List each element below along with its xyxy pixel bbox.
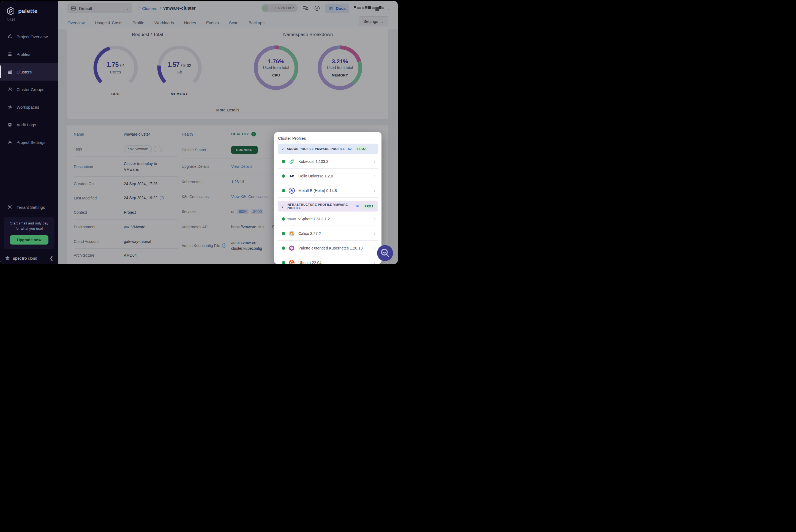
help-search-fab[interactable] <box>377 245 393 261</box>
chart-title: Namespace Breakdown <box>283 32 333 37</box>
footer-brand: spectro cloud <box>13 256 37 261</box>
usage-meter[interactable]: 1.43/100kCh <box>261 4 298 12</box>
request-total-section: Request / Total 1.75 / 4 Cores CPU <box>67 27 228 119</box>
compass-icon[interactable] <box>314 5 320 12</box>
upgrade-now-button[interactable]: Upgrade now <box>10 235 49 245</box>
sidebar-item-project-settings[interactable]: Project Settings <box>0 133 58 151</box>
sidebar-item-clusters[interactable]: Clusters <box>0 63 58 81</box>
sidebar-item-label: Clusters <box>17 70 32 74</box>
brand: palette <box>0 1 58 16</box>
tools-icon <box>7 204 13 210</box>
sidebar-item-audit-logs[interactable]: Audit Logs <box>0 116 58 133</box>
chevron-down-icon: ∨ <box>281 204 284 209</box>
breadcrumb-clusters-link[interactable]: Clusters <box>142 6 157 11</box>
service-port-link[interactable]: :8080 <box>237 209 248 214</box>
status-dot <box>282 217 285 221</box>
panel-title: Cluster Profiles <box>278 136 377 140</box>
user-name-redacted <box>354 5 384 11</box>
profile-layer-kubecost[interactable]: Kubecost 1.103.3 › <box>278 155 377 169</box>
chevron-right-icon: › <box>374 188 375 194</box>
topbar-actions: 1.43/100kCh Docs ⌄ <box>261 4 390 13</box>
memory-namespace-donut: 3.21% Used from total MEMORY <box>316 44 364 91</box>
project-selector-value: Default <box>79 6 92 11</box>
cloud-account-value: gateway-tutorial <box>124 239 151 244</box>
cluster-name-value: vmware-cluster <box>124 132 150 136</box>
user-menu[interactable]: ⌄ <box>354 5 390 11</box>
chevron-right-icon: › <box>374 173 375 179</box>
sidebar-item-label: Project Settings <box>17 140 45 145</box>
breadcrumb: / Clusters / vmware-cluster <box>138 6 196 11</box>
profile-layer-hello-universe[interactable]: Hello Universe 1.2.0 › <box>278 169 377 183</box>
sidebar-item-profiles[interactable]: Profiles <box>0 45 58 63</box>
status-dot <box>282 232 285 235</box>
view-k8s-certificates-link[interactable]: View K8s Certificates <box>231 194 267 199</box>
tag-env-vmware[interactable]: env: vmware <box>124 146 152 152</box>
sidebar-footer: spectro cloud ❮ <box>0 252 58 264</box>
link-icon <box>348 147 352 151</box>
status-dot <box>282 174 285 178</box>
sidebar-item-label: Project Overview <box>17 34 48 39</box>
infrastructure-profile-section-header[interactable]: ∨ INFRASTRUCTURE PROFILE VMWARE-PROFILE … <box>278 201 377 211</box>
more-details-button[interactable]: More Details <box>214 108 241 115</box>
project-chart-icon <box>71 5 76 11</box>
tags-more-button[interactable]: ... <box>154 146 162 152</box>
sidebar-item-label: Profiles <box>17 52 30 57</box>
palette-logo <box>6 6 15 16</box>
hello-universe-logo <box>289 173 295 179</box>
sidebar-item-label: Audit Logs <box>17 122 36 127</box>
profile-layer-palette-extended-kubernetes[interactable]: Palette eXtended Kubernetes 1.28.13 › <box>278 242 377 255</box>
server-icon <box>7 69 13 75</box>
chevron-down-icon: ⌄ <box>381 19 384 23</box>
project-selector[interactable]: Default ⌄ <box>68 3 132 13</box>
addon-profile-section-header[interactable]: ∨ ADDON PROFILE VMWARE-PROFILE PROJ <box>278 144 377 154</box>
pxk-logo <box>289 245 295 251</box>
kubecost-logo <box>289 158 295 165</box>
status-dot <box>282 261 285 264</box>
sidebar-item-tenant-settings[interactable]: Tenant Settings <box>0 200 58 215</box>
profile-layer-ubuntu[interactable]: Ubuntu 22.04 › <box>278 256 377 264</box>
view-details-link[interactable]: View Details <box>231 164 253 169</box>
details-left-column: Namevmware-cluster Tagsenv: vmware... De… <box>74 127 178 264</box>
link-icon <box>356 204 359 209</box>
sidebar-nav: Project Overview Profiles Clusters Clust… <box>0 28 58 151</box>
status-dot <box>282 160 285 163</box>
profile-layer-vsphere-csi[interactable]: vmware vSphere CSI 3.1.2 › <box>278 212 377 226</box>
gear-icon <box>7 139 13 145</box>
sidebar-item-label: Cluster Groups <box>17 87 44 92</box>
info-icon[interactable]: i <box>160 196 164 200</box>
info-icon[interactable]: i <box>222 244 226 248</box>
status-dot <box>282 189 285 192</box>
orbit-icon <box>7 104 13 110</box>
layers-icon <box>7 52 13 57</box>
sidebar-item-project-overview[interactable]: Project Overview <box>0 28 58 45</box>
chat-icon[interactable] <box>302 5 309 12</box>
context-value: Project <box>124 210 136 214</box>
profile-layer-metallb[interactable]: MetalLB (Helm) 0.14.8 › <box>278 184 377 198</box>
chevron-down-icon: ⌄ <box>126 6 129 11</box>
scope-badge: PROJ <box>355 146 368 151</box>
profile-layer-calico[interactable]: Calico 3.27.2 › <box>278 227 377 241</box>
environment-value: vmVMware <box>124 225 145 229</box>
sidebar-item-cluster-groups[interactable]: Cluster Groups <box>0 81 58 98</box>
cluster-status-badge: RUNNING <box>231 146 258 154</box>
docs-button[interactable]: Docs <box>325 4 349 13</box>
collapse-sidebar-icon[interactable]: ❮ <box>50 255 53 261</box>
health-status: HEALTHY✓ <box>231 132 256 136</box>
audit-icon <box>7 122 13 127</box>
status-dot <box>282 246 285 250</box>
service-port-link[interactable]: :3000 <box>251 209 263 214</box>
search-icon <box>377 245 393 261</box>
sidebar-item-workspaces[interactable]: Workspaces <box>0 98 58 116</box>
description-value: Cluster to deploy to VMware. <box>124 161 173 172</box>
scope-badge: PROJ <box>362 204 375 209</box>
spectro-cloud-logo <box>4 255 11 261</box>
upgrade-promo: Start small and only pay for what you us… <box>4 217 55 249</box>
chevron-down-icon: ∨ <box>281 147 284 151</box>
chevron-right-icon: › <box>374 231 375 236</box>
overview-metrics-card: Request / Total 1.75 / 4 Cores CPU <box>67 27 388 119</box>
kubeconfig-link[interactable]: admin.vmware-cluster.kubeconfig <box>231 240 278 251</box>
chevron-right-icon: › <box>374 216 375 222</box>
cluster-profiles-panel: Cluster Profiles ∨ ADDON PROFILE VMWARE-… <box>274 132 382 264</box>
metallb-logo <box>289 187 295 194</box>
settings-button[interactable]: Settings ⌄ <box>359 16 388 26</box>
